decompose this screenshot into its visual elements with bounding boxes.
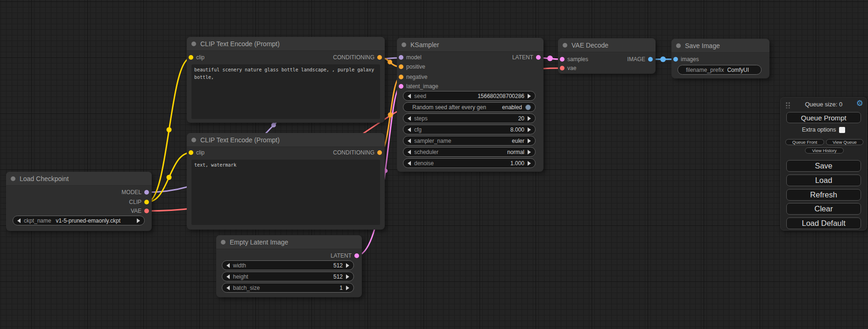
node-clip-text-encode-negative[interactable]: CLIP Text Encode (Prompt) clip CONDITION… (187, 133, 385, 230)
latent-port-icon[interactable] (560, 57, 565, 62)
increment-arrow-icon[interactable] (528, 116, 531, 121)
collapse-dot-icon[interactable] (563, 43, 567, 48)
cfg-widget[interactable]: cfg 8.000 (403, 125, 536, 134)
input-slot-model[interactable]: model (397, 54, 422, 61)
node-vae-decode[interactable]: VAE Decode samples vae IMAGE (558, 38, 656, 74)
output-slot-vae[interactable]: VAE (131, 207, 152, 215)
conditioning-port-icon[interactable] (377, 150, 382, 155)
extra-options-checkbox[interactable] (839, 127, 845, 133)
clip-port-icon[interactable] (189, 55, 193, 60)
queue-prompt-button[interactable]: Queue Prompt (786, 112, 861, 123)
latent-port-icon[interactable] (536, 55, 541, 60)
output-slot-conditioning[interactable]: CONDITIONING (333, 54, 385, 61)
collapse-dot-icon[interactable] (221, 240, 226, 245)
decrement-arrow-icon[interactable] (226, 286, 230, 290)
collapse-dot-icon[interactable] (402, 42, 406, 47)
refresh-button[interactable]: Refresh (786, 189, 861, 201)
node-ksampler[interactable]: KSampler model positive negative latent_… (397, 38, 543, 172)
load-default-button[interactable]: Load Default (786, 217, 861, 229)
node-save-image[interactable]: Save Image images filename_prefix ComfyU… (671, 39, 769, 78)
collapse-dot-icon[interactable] (191, 138, 196, 142)
save-button[interactable]: Save (786, 160, 861, 172)
increment-arrow-icon[interactable] (528, 94, 531, 98)
conditioning-port-icon[interactable] (377, 55, 382, 60)
node-graph-canvas[interactable]: Load Checkpoint MODEL CLIP VAE ckpt_name… (0, 0, 868, 329)
increment-arrow-icon[interactable] (346, 274, 349, 279)
input-slot-images[interactable]: images (671, 56, 699, 63)
filename-prefix-widget[interactable]: filename_prefix ComfyUI (677, 65, 762, 75)
scheduler-widget[interactable]: scheduler normal (403, 147, 536, 157)
decrement-arrow-icon[interactable] (17, 218, 21, 223)
decrement-arrow-icon[interactable] (408, 139, 411, 143)
load-button[interactable]: Load (786, 175, 861, 186)
node-header[interactable]: Load Checkpoint (6, 172, 152, 186)
prompt-textarea[interactable]: text, watermark (191, 160, 380, 225)
clear-button[interactable]: Clear (786, 203, 861, 215)
settings-gear-icon[interactable]: ⚙ (856, 99, 863, 107)
collapse-dot-icon[interactable] (191, 42, 196, 46)
latent-port-icon[interactable] (399, 84, 403, 89)
height-widget[interactable]: height 512 (222, 272, 354, 281)
conditioning-port-icon[interactable] (399, 64, 403, 69)
output-slot-model[interactable]: MODEL (121, 189, 152, 196)
image-port-icon[interactable] (648, 57, 653, 62)
image-port-icon[interactable] (673, 57, 678, 62)
output-slot-conditioning[interactable]: CONDITIONING (333, 149, 385, 156)
view-queue-button[interactable]: View Queue (826, 139, 863, 145)
input-slot-vae[interactable]: vae (558, 64, 576, 72)
node-header[interactable]: CLIP Text Encode (Prompt) (187, 37, 385, 51)
increment-arrow-icon[interactable] (346, 263, 349, 268)
latent-port-icon[interactable] (354, 253, 359, 258)
output-slot-latent[interactable]: LATENT (512, 54, 543, 61)
vae-port-icon[interactable] (560, 66, 565, 70)
random-seed-toggle[interactable]: Random seed after every gen enabled (403, 102, 536, 112)
node-load-checkpoint[interactable]: Load Checkpoint MODEL CLIP VAE ckpt_name… (6, 172, 152, 231)
input-slot-clip[interactable]: clip (187, 149, 205, 156)
vae-port-icon[interactable] (144, 209, 149, 213)
decrement-arrow-icon[interactable] (408, 161, 411, 166)
output-slot-image[interactable]: IMAGE (627, 56, 656, 63)
decrement-arrow-icon[interactable] (226, 274, 230, 279)
sampler-name-widget[interactable]: sampler_name euler (403, 136, 536, 146)
increment-arrow-icon[interactable] (528, 161, 531, 166)
increment-arrow-icon[interactable] (528, 139, 531, 143)
conditioning-port-icon[interactable] (399, 75, 403, 79)
node-header[interactable]: Empty Latent Image (216, 235, 362, 249)
increment-arrow-icon[interactable] (528, 150, 531, 154)
collapse-dot-icon[interactable] (676, 43, 681, 48)
ckpt-name-widget[interactable]: ckpt_name v1-5-pruned-emaonly.ckpt (13, 216, 145, 225)
output-slot-clip[interactable]: CLIP (129, 198, 152, 206)
model-port-icon[interactable] (399, 55, 403, 60)
collapse-dot-icon[interactable] (11, 176, 15, 181)
input-slot-clip[interactable]: clip (187, 54, 205, 61)
input-slot-positive[interactable]: positive (397, 63, 425, 70)
view-history-button[interactable]: View History (805, 147, 844, 154)
node-header[interactable]: CLIP Text Encode (Prompt) (187, 133, 385, 147)
queue-front-button[interactable]: Queue Front (785, 139, 824, 145)
decrement-arrow-icon[interactable] (408, 150, 411, 154)
node-header[interactable]: Save Image (671, 39, 769, 53)
output-slot-latent[interactable]: LATENT (331, 252, 362, 259)
steps-widget[interactable]: steps 20 (403, 113, 536, 123)
decrement-arrow-icon[interactable] (226, 263, 230, 268)
increment-arrow-icon[interactable] (346, 286, 349, 290)
prompt-textarea[interactable]: beautiful scenery nature glass bottle la… (191, 64, 380, 119)
queue-menu-panel[interactable]: Queue size: 0 ⚙ Queue Prompt Extra optio… (780, 97, 867, 231)
increment-arrow-icon[interactable] (137, 218, 140, 223)
input-slot-latent-image[interactable]: latent_image (397, 83, 438, 90)
decrement-arrow-icon[interactable] (408, 94, 411, 98)
seed-widget[interactable]: seed 156680208700286 (403, 91, 536, 101)
input-slot-samples[interactable]: samples (558, 56, 588, 63)
clip-port-icon[interactable] (189, 150, 193, 155)
node-clip-text-encode-positive[interactable]: CLIP Text Encode (Prompt) clip CONDITION… (187, 37, 385, 123)
node-header[interactable]: VAE Decode (558, 38, 656, 52)
node-empty-latent-image[interactable]: Empty Latent Image LATENT width 512 heig… (216, 235, 362, 297)
decrement-arrow-icon[interactable] (408, 127, 411, 132)
denoise-widget[interactable]: denoise 1.000 (403, 158, 536, 168)
batch-size-widget[interactable]: batch_size 1 (222, 283, 354, 293)
input-slot-negative[interactable]: negative (397, 73, 427, 81)
toggle-dot-icon[interactable] (525, 105, 531, 110)
node-header[interactable]: KSampler (397, 38, 543, 52)
model-port-icon[interactable] (144, 190, 149, 195)
clip-port-icon[interactable] (144, 200, 149, 204)
